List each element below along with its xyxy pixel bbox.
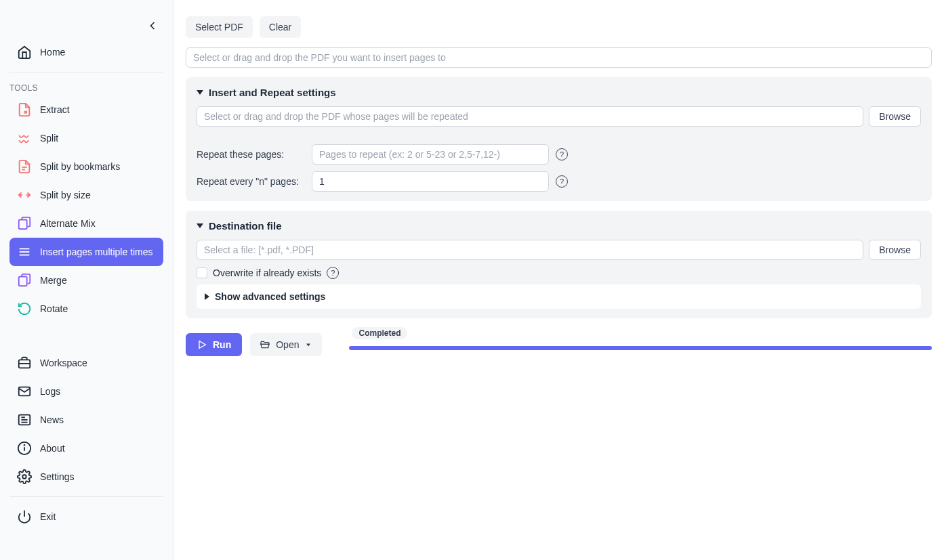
sidebar-item-exit[interactable]: Exit — [9, 502, 163, 531]
extract-icon — [17, 102, 32, 117]
insert-panel-title: Insert and Repeat settings — [209, 87, 336, 98]
svg-rect-4 — [19, 220, 27, 230]
main-content: Select PDF Clear Insert and Repeat setti… — [173, 0, 944, 560]
repeat-every-input[interactable] — [312, 171, 549, 192]
dest-panel-title: Destination file — [209, 220, 282, 232]
sidebar-item-label: About — [40, 443, 65, 454]
advanced-settings-label: Show advanced settings — [215, 291, 325, 302]
help-icon[interactable]: ? — [556, 148, 568, 160]
repeat-every-label: Repeat every "n" pages: — [197, 176, 305, 187]
sidebar-item-workspace[interactable]: Workspace — [9, 349, 163, 377]
source-pdf-input[interactable] — [197, 106, 863, 127]
help-icon[interactable]: ? — [327, 267, 339, 279]
briefcase-icon — [17, 356, 32, 370]
dest-panel-header[interactable]: Destination file — [197, 220, 921, 232]
svg-point-19 — [22, 475, 26, 479]
rotate-icon — [17, 301, 32, 316]
gear-icon — [17, 469, 32, 484]
caret-down-icon — [197, 223, 203, 228]
open-button[interactable]: Open — [250, 333, 322, 356]
sidebar-item-split-size[interactable]: Split by size — [9, 181, 163, 209]
svg-marker-22 — [306, 344, 310, 347]
progress-bar — [349, 346, 932, 350]
clear-button[interactable]: Clear — [260, 16, 301, 38]
home-icon — [17, 45, 32, 60]
caret-down-icon — [197, 90, 203, 95]
divider — [9, 496, 163, 497]
overwrite-checkbox[interactable] — [197, 267, 207, 278]
target-pdf-input[interactable] — [186, 47, 932, 68]
play-icon — [197, 339, 207, 350]
sidebar-home[interactable]: Home — [9, 38, 163, 66]
insert-panel-header[interactable]: Insert and Repeat settings — [197, 87, 921, 98]
folder-open-icon — [260, 339, 270, 350]
sidebar-item-settings[interactable]: Settings — [9, 462, 163, 491]
power-icon — [17, 509, 32, 524]
sidebar-item-split[interactable]: Split — [9, 124, 163, 152]
chevron-down-icon — [304, 341, 312, 349]
sidebar-item-extract[interactable]: Extract — [9, 95, 163, 124]
overwrite-label: Overwrite if already exists — [213, 267, 321, 278]
insert-repeat-panel: Insert and Repeat settings Browse Repeat… — [186, 77, 932, 201]
divider — [9, 72, 163, 72]
svg-point-18 — [24, 445, 25, 446]
chevron-left-icon — [146, 19, 159, 33]
destination-panel: Destination file Browse Overwrite if alr… — [186, 211, 932, 318]
caret-right-icon — [205, 293, 209, 300]
sidebar-item-label: News — [40, 414, 64, 425]
collapse-sidebar-button[interactable] — [146, 19, 159, 35]
mail-icon — [17, 384, 32, 399]
sidebar-item-label: Insert pages multiple times — [40, 246, 153, 257]
sidebar-item-label: Alternate Mix — [40, 218, 96, 229]
help-icon[interactable]: ? — [556, 175, 568, 188]
sidebar-item-label: Settings — [40, 471, 75, 482]
svg-rect-8 — [19, 277, 27, 286]
repeat-pages-label: Repeat these pages: — [197, 149, 305, 160]
destination-file-input[interactable] — [197, 240, 863, 260]
toolbar: Select PDF Clear — [186, 16, 932, 38]
sidebar-item-merge[interactable]: Merge — [9, 266, 163, 295]
repeat-pages-input[interactable] — [312, 144, 549, 165]
sidebar-item-label: Rotate — [40, 303, 68, 314]
sidebar-item-label: Extract — [40, 104, 70, 115]
run-label: Run — [213, 339, 231, 350]
sidebar-item-label: Exit — [40, 511, 56, 522]
sidebar-item-split-bookmarks[interactable]: Split by bookmarks — [9, 152, 163, 181]
sidebar: Home TOOLS Extract Split Split by bookma… — [0, 0, 173, 560]
tools-section-label: TOOLS — [0, 78, 173, 95]
progress-area: Completed — [349, 339, 932, 350]
select-pdf-button[interactable]: Select PDF — [186, 16, 253, 38]
sidebar-item-label: Workspace — [40, 358, 87, 368]
browse-destination-button[interactable]: Browse — [869, 240, 921, 260]
sidebar-item-label: Logs — [40, 386, 60, 397]
sidebar-item-label: Split by bookmarks — [40, 161, 120, 172]
sidebar-item-label: Split by size — [40, 190, 91, 200]
sidebar-home-label: Home — [40, 47, 65, 58]
action-row: Run Open Completed — [186, 333, 932, 356]
info-icon — [17, 441, 32, 456]
sidebar-item-label: Split — [40, 133, 58, 144]
sidebar-item-rotate[interactable]: Rotate — [9, 295, 163, 323]
sidebar-item-about[interactable]: About — [9, 434, 163, 462]
size-split-icon — [17, 188, 32, 202]
bookmark-split-icon — [17, 159, 32, 174]
run-button[interactable]: Run — [186, 333, 242, 356]
sidebar-item-logs[interactable]: Logs — [9, 377, 163, 406]
merge-icon — [17, 273, 32, 288]
open-label: Open — [276, 339, 299, 350]
browse-source-button[interactable]: Browse — [869, 106, 921, 127]
sidebar-item-insert-pages[interactable]: Insert pages multiple times — [9, 238, 163, 266]
sidebar-item-news[interactable]: News — [9, 406, 163, 434]
sidebar-item-label: Merge — [40, 275, 67, 286]
status-label: Completed — [352, 327, 407, 339]
split-icon — [17, 131, 32, 146]
svg-marker-21 — [199, 341, 205, 349]
sidebar-item-alternate-mix[interactable]: Alternate Mix — [9, 209, 163, 238]
insert-pages-icon — [17, 244, 32, 259]
alternate-mix-icon — [17, 216, 32, 231]
news-icon — [17, 412, 32, 427]
advanced-settings-toggle[interactable]: Show advanced settings — [197, 284, 921, 309]
